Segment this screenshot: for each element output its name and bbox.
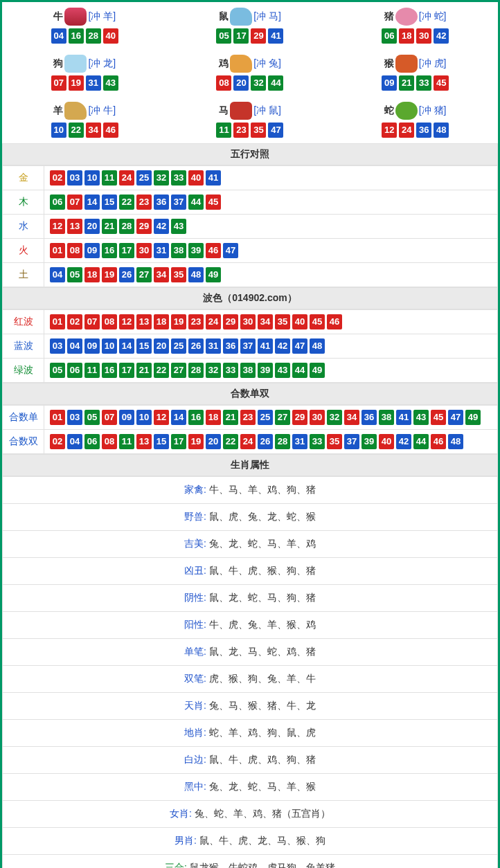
attr-cell: 野兽: 鼠、虎、兔、龙、蛇、猴 <box>3 504 498 531</box>
heshu-row: 合数单0103050709101214161821232527293032343… <box>3 406 498 430</box>
ball: 04 <box>67 338 82 354</box>
ball: 14 <box>171 410 186 425</box>
zodiac-conflict: [冲 鼠] <box>253 105 281 117</box>
ball: 44 <box>268 75 283 91</box>
ball: 03 <box>67 410 82 425</box>
ball: 13 <box>136 434 152 449</box>
attr-row: 白边: 鼠、牛、虎、鸡、狗、猪 <box>3 747 498 774</box>
ball: 48 <box>188 267 204 282</box>
wuxing-row: 水1213202128294243 <box>3 215 498 239</box>
ball: 16 <box>102 243 117 258</box>
zodiac-name: 猪 <box>384 10 394 23</box>
attr-row: 吉美: 兔、龙、蛇、马、羊、鸡 <box>3 531 498 558</box>
ball: 46 <box>103 123 118 138</box>
ball: 19 <box>102 267 117 282</box>
ball: 40 <box>188 170 204 186</box>
snake-icon <box>395 102 418 120</box>
ball: 01 <box>50 410 65 425</box>
balls-row: 1213202128294243 <box>50 219 492 234</box>
ball: 44 <box>292 363 307 378</box>
ball: 27 <box>136 267 152 282</box>
ball: 09 <box>382 75 397 91</box>
attr-label: 阴性: <box>184 592 209 603</box>
ball: 31 <box>86 75 101 91</box>
dog-icon <box>64 55 87 73</box>
zodiac-conflict: [冲 蛇] <box>419 10 447 23</box>
ball: 46 <box>431 434 446 449</box>
zodiac-cell: 鸡[冲 兔]08203244 <box>168 49 333 96</box>
ball: 04 <box>50 267 65 282</box>
ball: 10 <box>136 410 152 425</box>
balls-row: 08203244 <box>170 75 330 91</box>
ball: 36 <box>416 123 431 138</box>
wuxing-row: 金02031011242532334041 <box>3 166 498 190</box>
zodiac-name: 牛 <box>53 10 63 23</box>
ball: 04 <box>67 434 82 449</box>
attr-row: 单笔: 鼠、龙、马、蛇、鸡、猪 <box>3 639 498 666</box>
ball: 11 <box>216 123 231 138</box>
bose-label: 红波 <box>3 310 44 334</box>
attr-cell: 男肖: 鼠、牛、虎、龙、马、猴、狗 <box>3 828 498 855</box>
ball: 17 <box>233 28 249 44</box>
ball: 28 <box>188 363 204 378</box>
attr-text: 虎、猴、狗、兔、羊、牛 <box>209 673 316 684</box>
ball: 22 <box>154 363 169 378</box>
ball: 49 <box>310 363 325 378</box>
ball: 06 <box>67 363 82 378</box>
attr-row: 三合: 鼠龙猴、牛蛇鸡、虎马狗、兔羊猪 <box>3 855 498 869</box>
page-wrapper: 牛[冲 羊]04162840鼠[冲 马]05172941猪[冲 蛇]061830… <box>0 0 500 868</box>
ball: 41 <box>258 338 273 354</box>
bose-balls: 0102070812131819232429303435404546 <box>44 310 498 334</box>
ball: 32 <box>327 410 342 425</box>
ball: 36 <box>154 195 169 210</box>
ball: 35 <box>275 314 290 329</box>
ball: 14 <box>84 195 100 210</box>
ball: 34 <box>258 314 273 329</box>
balls-row: 12243648 <box>335 123 495 138</box>
zodiac-name: 羊 <box>53 105 63 117</box>
ball: 24 <box>399 123 414 138</box>
balls-row: 11233547 <box>170 123 330 138</box>
ball: 47 <box>448 410 463 425</box>
ball: 19 <box>69 75 84 91</box>
goat-icon <box>64 102 87 120</box>
wuxing-balls: 04051819262734354849 <box>44 263 498 287</box>
heshu-balls: 0103050709101214161821232527293032343638… <box>44 406 498 430</box>
balls-row: 0204060811131517192022242628313335373940… <box>50 434 492 449</box>
ball: 21 <box>136 363 152 378</box>
zodiac-top: 牛[冲 羊] <box>5 8 165 26</box>
ball: 33 <box>223 363 238 378</box>
ball: 01 <box>50 243 65 258</box>
ball: 24 <box>119 170 134 186</box>
attr-text: 兔、蛇、羊、鸡、猪（五宫肖） <box>195 808 330 819</box>
zodiac-name: 鼠 <box>219 10 229 23</box>
zodiac-grid: 牛[冲 羊]04162840鼠[冲 马]05172941猪[冲 蛇]061830… <box>2 2 498 143</box>
wuxing-table: 金02031011242532334041木060714152223363744… <box>2 165 498 287</box>
zodiac-top: 猪[冲 蛇] <box>335 8 495 26</box>
ball: 18 <box>154 314 169 329</box>
ball: 09 <box>119 410 134 425</box>
attr-row: 凶丑: 鼠、牛、虎、猴、狗、猪 <box>3 558 498 585</box>
ball: 32 <box>154 170 169 186</box>
wuxing-balls: 06071415222336374445 <box>44 190 498 215</box>
bose-balls: 03040910141520252631363741424748 <box>44 334 498 359</box>
ball: 29 <box>136 219 152 234</box>
ball: 25 <box>136 170 152 186</box>
attr-label: 野兽: <box>184 511 209 522</box>
ball: 25 <box>258 410 273 425</box>
ball: 02 <box>50 434 65 449</box>
ball: 41 <box>268 28 283 44</box>
rat-icon <box>230 8 252 26</box>
wuxing-label: 土 <box>3 263 44 287</box>
ball: 39 <box>361 434 377 449</box>
attr-cell: 家禽: 牛、马、羊、鸡、狗、猪 <box>3 477 498 504</box>
balls-row: 03040910141520252631363741424748 <box>50 338 492 354</box>
ball: 22 <box>119 195 134 210</box>
wuxing-row: 木06071415222336374445 <box>3 190 498 215</box>
ball: 05 <box>216 28 231 44</box>
attr-row: 家禽: 牛、马、羊、鸡、狗、猪 <box>3 477 498 504</box>
ball: 41 <box>206 170 221 186</box>
ball: 05 <box>50 363 65 378</box>
attr-text: 鼠、虎、兔、龙、蛇、猴 <box>209 511 316 522</box>
bose-row: 红波0102070812131819232429303435404546 <box>3 310 498 334</box>
